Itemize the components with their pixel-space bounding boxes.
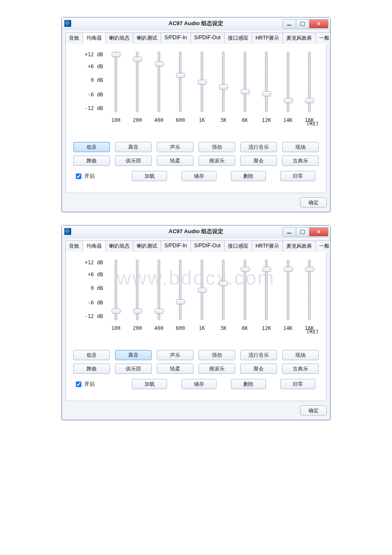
slider-thumb[interactable] [112, 52, 120, 57]
enable-checkbox-input[interactable] [76, 382, 81, 387]
slider-thumb[interactable] [133, 309, 141, 314]
slider-thumb[interactable] [176, 299, 184, 304]
close-button[interactable]: ✕ [309, 19, 329, 29]
preset-button[interactable]: 聚会 [240, 364, 277, 374]
slider-thumb[interactable] [284, 267, 292, 272]
close-button[interactable]: ✕ [309, 227, 329, 237]
tab-6[interactable]: 接口感应 [224, 32, 252, 44]
slider-track[interactable] [201, 260, 203, 320]
preset-button[interactable]: 低音 [73, 142, 110, 152]
slider-thumb[interactable] [305, 98, 314, 103]
tab-1[interactable]: 均衡器 [83, 32, 106, 44]
tab-9[interactable]: 一般 [315, 32, 331, 44]
tab-8[interactable]: 麦克风效果 [282, 32, 316, 44]
slider-thumb[interactable] [219, 84, 228, 90]
titlebar[interactable]: AC97 Audio 组态设定 ✕ [62, 225, 330, 238]
preset-button[interactable]: 舞曲 [73, 156, 110, 166]
preset-button[interactable]: 声乐 [157, 142, 193, 152]
slider-track[interactable] [244, 52, 246, 112]
slider-thumb[interactable] [176, 73, 184, 78]
slider-thumb[interactable] [262, 267, 271, 272]
slider-track[interactable] [265, 260, 268, 320]
slider-thumb[interactable] [198, 80, 206, 85]
slider-track[interactable] [201, 52, 203, 112]
slider-thumb[interactable] [155, 309, 163, 314]
ok-button[interactable]: 确定 [300, 405, 327, 416]
slider-track[interactable] [244, 260, 246, 320]
slider-thumb[interactable] [284, 98, 292, 103]
slider-track[interactable] [179, 260, 182, 320]
action-button[interactable]: 删除 [231, 379, 266, 389]
enable-checkbox[interactable]: 开启 [74, 380, 95, 388]
tab-4[interactable]: S/PDIF-In [161, 240, 191, 252]
slider-thumb[interactable] [112, 309, 120, 314]
ok-button[interactable]: 确定 [300, 197, 327, 208]
slider-track[interactable] [265, 52, 268, 112]
slider-track[interactable] [136, 52, 138, 112]
slider-track[interactable] [287, 260, 289, 320]
preset-button[interactable]: 声乐 [157, 350, 193, 360]
enable-checkbox[interactable]: 开启 [74, 172, 95, 180]
preset-button[interactable]: 高音 [115, 142, 152, 152]
tab-0[interactable]: 音效 [65, 240, 83, 252]
preset-button[interactable]: 流行音乐 [240, 350, 277, 360]
tab-4[interactable]: S/PDIF-In [161, 32, 191, 44]
slider-track[interactable] [158, 260, 160, 320]
tab-0[interactable]: 音效 [65, 32, 83, 44]
enable-checkbox-input[interactable] [76, 173, 81, 179]
preset-button[interactable]: 低音 [73, 350, 110, 360]
preset-button[interactable]: 强劲 [199, 142, 235, 152]
action-button[interactable]: 加载 [132, 379, 167, 389]
slider-thumb[interactable] [305, 267, 314, 272]
slider-track[interactable] [222, 260, 225, 320]
titlebar[interactable]: AC97 Audio 组态设定 ✕ [62, 17, 330, 30]
preset-button[interactable]: 俱乐部 [115, 364, 152, 374]
minimize-button[interactable] [282, 227, 296, 237]
slider-track[interactable] [158, 52, 160, 112]
preset-button[interactable]: 俱乐部 [115, 156, 152, 166]
minimize-button[interactable] [282, 19, 296, 29]
action-button[interactable]: 归零 [280, 171, 315, 181]
tab-5[interactable]: S/PDIF-Out [190, 32, 225, 44]
preset-button[interactable]: 摇滚乐 [199, 156, 235, 166]
slider-track[interactable] [136, 260, 138, 320]
slider-thumb[interactable] [198, 288, 206, 293]
action-button[interactable]: 删除 [231, 171, 266, 181]
tab-9[interactable]: 一般 [315, 240, 331, 252]
preset-button[interactable]: 摇滚乐 [199, 364, 235, 374]
slider-thumb[interactable] [133, 57, 141, 62]
action-button[interactable]: 储存 [182, 379, 216, 389]
slider-track[interactable] [115, 52, 117, 112]
tab-2[interactable]: 喇叭组态 [105, 240, 133, 252]
slider-track[interactable] [287, 52, 289, 112]
preset-button[interactable]: 轻柔 [157, 364, 193, 374]
preset-button[interactable]: 古典乐 [282, 156, 319, 166]
tab-5[interactable]: S/PDIF-Out [190, 240, 225, 252]
preset-button[interactable]: 聚会 [240, 156, 277, 166]
tab-7[interactable]: HRTF展示 [252, 240, 283, 252]
slider-track[interactable] [308, 260, 311, 320]
preset-button[interactable]: 现场 [282, 142, 319, 152]
slider-thumb[interactable] [219, 281, 228, 286]
preset-button[interactable]: 古典乐 [282, 364, 319, 374]
maximize-button[interactable] [296, 19, 309, 29]
slider-thumb[interactable] [241, 267, 249, 272]
preset-button[interactable]: 轻柔 [157, 156, 193, 166]
tab-8[interactable]: 麦克风效果 [282, 240, 316, 252]
action-button[interactable]: 储存 [182, 171, 216, 181]
maximize-button[interactable] [296, 227, 309, 237]
preset-button[interactable]: 现场 [282, 350, 319, 360]
slider-track[interactable] [179, 52, 182, 112]
slider-track[interactable] [308, 52, 311, 112]
action-button[interactable]: 加载 [132, 171, 167, 181]
preset-button[interactable]: 舞曲 [73, 364, 110, 374]
action-button[interactable]: 归零 [280, 379, 315, 389]
slider-thumb[interactable] [155, 61, 163, 66]
tab-3[interactable]: 喇叭测试 [133, 32, 161, 44]
tab-1[interactable]: 均衡器 [83, 240, 106, 252]
slider-track[interactable] [222, 52, 225, 112]
preset-button[interactable]: 流行音乐 [240, 142, 277, 152]
preset-button[interactable]: 强劲 [199, 350, 235, 360]
tab-2[interactable]: 喇叭组态 [105, 32, 133, 44]
slider-track[interactable] [115, 260, 117, 320]
